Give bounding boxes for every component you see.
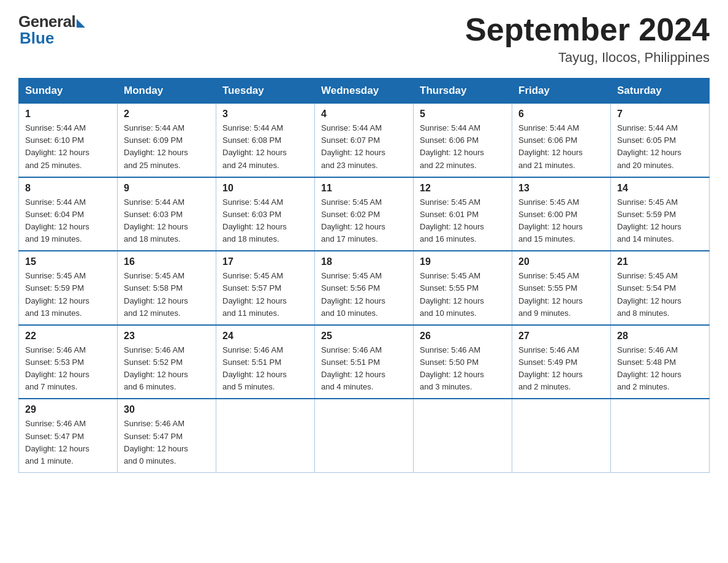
day-info: Sunrise: 5:45 AMSunset: 5:56 PMDaylight:… (321, 270, 407, 320)
calendar-cell: 13Sunrise: 5:45 AMSunset: 6:00 PMDayligh… (512, 177, 611, 251)
day-number: 4 (321, 109, 407, 120)
title-block: September 2024 Tayug, Ilocos, Philippine… (465, 12, 710, 66)
calendar-cell: 9Sunrise: 5:44 AMSunset: 6:03 PMDaylight… (118, 177, 216, 251)
day-info: Sunrise: 5:46 AMSunset: 5:51 PMDaylight:… (222, 344, 308, 394)
calendar-cell: 12Sunrise: 5:45 AMSunset: 6:01 PMDayligh… (414, 177, 512, 251)
day-info: Sunrise: 5:45 AMSunset: 5:58 PMDaylight:… (124, 270, 210, 320)
weekday-header-saturday: Saturday (611, 79, 710, 104)
day-number: 25 (321, 331, 407, 342)
calendar-cell: 4Sunrise: 5:44 AMSunset: 6:07 PMDaylight… (315, 104, 414, 177)
day-number: 10 (222, 183, 308, 194)
calendar-cell: 26Sunrise: 5:46 AMSunset: 5:50 PMDayligh… (414, 325, 512, 399)
day-number: 5 (420, 109, 506, 120)
day-info: Sunrise: 5:45 AMSunset: 5:59 PMDaylight:… (617, 196, 703, 246)
day-number: 13 (518, 183, 604, 194)
calendar-cell: 29Sunrise: 5:46 AMSunset: 5:47 PMDayligh… (19, 399, 118, 472)
page-header: General Blue September 2024 Tayug, Iloco… (18, 12, 710, 66)
day-info: Sunrise: 5:46 AMSunset: 5:48 PMDaylight:… (617, 344, 703, 394)
day-number: 1 (25, 109, 111, 120)
calendar-cell: 2Sunrise: 5:44 AMSunset: 6:09 PMDaylight… (118, 104, 216, 177)
day-number: 30 (124, 404, 210, 415)
calendar-cell (611, 399, 710, 472)
day-info: Sunrise: 5:45 AMSunset: 5:55 PMDaylight:… (518, 270, 604, 320)
day-number: 17 (222, 256, 308, 267)
calendar-cell: 10Sunrise: 5:44 AMSunset: 6:03 PMDayligh… (216, 177, 315, 251)
weekday-header-monday: Monday (118, 79, 216, 104)
day-info: Sunrise: 5:46 AMSunset: 5:53 PMDaylight:… (25, 344, 111, 394)
day-info: Sunrise: 5:45 AMSunset: 5:55 PMDaylight:… (420, 270, 506, 320)
day-number: 22 (25, 331, 111, 342)
day-number: 8 (25, 183, 111, 194)
day-number: 6 (518, 109, 604, 120)
calendar-cell (315, 399, 414, 472)
day-info: Sunrise: 5:45 AMSunset: 6:01 PMDaylight:… (420, 196, 506, 246)
day-number: 26 (420, 331, 506, 342)
weekday-header-thursday: Thursday (414, 79, 512, 104)
day-info: Sunrise: 5:44 AMSunset: 6:03 PMDaylight:… (124, 196, 210, 246)
day-info: Sunrise: 5:46 AMSunset: 5:52 PMDaylight:… (124, 344, 210, 394)
weekday-header-row: SundayMondayTuesdayWednesdayThursdayFrid… (19, 79, 710, 104)
day-number: 9 (124, 183, 210, 194)
calendar-cell: 27Sunrise: 5:46 AMSunset: 5:49 PMDayligh… (512, 325, 611, 399)
day-info: Sunrise: 5:46 AMSunset: 5:51 PMDaylight:… (321, 344, 407, 394)
calendar-cell: 8Sunrise: 5:44 AMSunset: 6:04 PMDaylight… (19, 177, 118, 251)
day-info: Sunrise: 5:44 AMSunset: 6:04 PMDaylight:… (25, 196, 111, 246)
logo-blue-text: Blue (20, 29, 54, 48)
month-title: September 2024 (465, 12, 710, 47)
calendar-cell: 6Sunrise: 5:44 AMSunset: 6:06 PMDaylight… (512, 104, 611, 177)
day-info: Sunrise: 5:46 AMSunset: 5:47 PMDaylight:… (25, 418, 111, 467)
day-info: Sunrise: 5:44 AMSunset: 6:06 PMDaylight:… (518, 122, 604, 172)
day-number: 19 (420, 256, 506, 267)
day-number: 27 (518, 331, 604, 342)
calendar-cell: 18Sunrise: 5:45 AMSunset: 5:56 PMDayligh… (315, 251, 414, 325)
calendar-cell: 5Sunrise: 5:44 AMSunset: 6:06 PMDaylight… (414, 104, 512, 177)
calendar-cell: 11Sunrise: 5:45 AMSunset: 6:02 PMDayligh… (315, 177, 414, 251)
calendar-week-row: 8Sunrise: 5:44 AMSunset: 6:04 PMDaylight… (19, 177, 710, 251)
day-number: 15 (25, 256, 111, 267)
calendar-cell: 30Sunrise: 5:46 AMSunset: 5:47 PMDayligh… (118, 399, 216, 472)
logo: General Blue (18, 12, 85, 48)
day-info: Sunrise: 5:45 AMSunset: 5:57 PMDaylight:… (222, 270, 308, 320)
day-info: Sunrise: 5:44 AMSunset: 6:06 PMDaylight:… (420, 122, 506, 172)
day-info: Sunrise: 5:44 AMSunset: 6:09 PMDaylight:… (124, 122, 210, 172)
calendar-week-row: 1Sunrise: 5:44 AMSunset: 6:10 PMDaylight… (19, 104, 710, 177)
day-number: 7 (617, 109, 703, 120)
day-number: 2 (124, 109, 210, 120)
day-number: 14 (617, 183, 703, 194)
calendar-cell: 21Sunrise: 5:45 AMSunset: 5:54 PMDayligh… (611, 251, 710, 325)
calendar-week-row: 15Sunrise: 5:45 AMSunset: 5:59 PMDayligh… (19, 251, 710, 325)
calendar-cell: 17Sunrise: 5:45 AMSunset: 5:57 PMDayligh… (216, 251, 315, 325)
day-number: 11 (321, 183, 407, 194)
calendar-cell: 14Sunrise: 5:45 AMSunset: 5:59 PMDayligh… (611, 177, 710, 251)
calendar-cell: 20Sunrise: 5:45 AMSunset: 5:55 PMDayligh… (512, 251, 611, 325)
day-info: Sunrise: 5:45 AMSunset: 6:00 PMDaylight:… (518, 196, 604, 246)
day-info: Sunrise: 5:44 AMSunset: 6:03 PMDaylight:… (222, 196, 308, 246)
weekday-header-sunday: Sunday (19, 79, 118, 104)
day-info: Sunrise: 5:46 AMSunset: 5:49 PMDaylight:… (518, 344, 604, 394)
calendar-cell: 25Sunrise: 5:46 AMSunset: 5:51 PMDayligh… (315, 325, 414, 399)
calendar-cell: 1Sunrise: 5:44 AMSunset: 6:10 PMDaylight… (19, 104, 118, 177)
day-number: 21 (617, 256, 703, 267)
day-number: 23 (124, 331, 210, 342)
calendar-cell (512, 399, 611, 472)
day-number: 3 (222, 109, 308, 120)
day-info: Sunrise: 5:44 AMSunset: 6:05 PMDaylight:… (617, 122, 703, 172)
day-number: 29 (25, 404, 111, 415)
calendar-cell: 15Sunrise: 5:45 AMSunset: 5:59 PMDayligh… (19, 251, 118, 325)
day-number: 18 (321, 256, 407, 267)
day-info: Sunrise: 5:46 AMSunset: 5:47 PMDaylight:… (124, 418, 210, 467)
day-info: Sunrise: 5:46 AMSunset: 5:50 PMDaylight:… (420, 344, 506, 394)
day-info: Sunrise: 5:44 AMSunset: 6:08 PMDaylight:… (222, 122, 308, 172)
calendar-table: SundayMondayTuesdayWednesdayThursdayFrid… (18, 78, 710, 473)
day-number: 20 (518, 256, 604, 267)
calendar-cell (414, 399, 512, 472)
day-number: 24 (222, 331, 308, 342)
day-info: Sunrise: 5:44 AMSunset: 6:07 PMDaylight:… (321, 122, 407, 172)
calendar-week-row: 22Sunrise: 5:46 AMSunset: 5:53 PMDayligh… (19, 325, 710, 399)
location-title: Tayug, Ilocos, Philippines (465, 50, 710, 66)
weekday-header-tuesday: Tuesday (216, 79, 315, 104)
calendar-cell: 19Sunrise: 5:45 AMSunset: 5:55 PMDayligh… (414, 251, 512, 325)
calendar-cell: 24Sunrise: 5:46 AMSunset: 5:51 PMDayligh… (216, 325, 315, 399)
logo-triangle-icon (77, 19, 85, 28)
day-info: Sunrise: 5:45 AMSunset: 5:54 PMDaylight:… (617, 270, 703, 320)
